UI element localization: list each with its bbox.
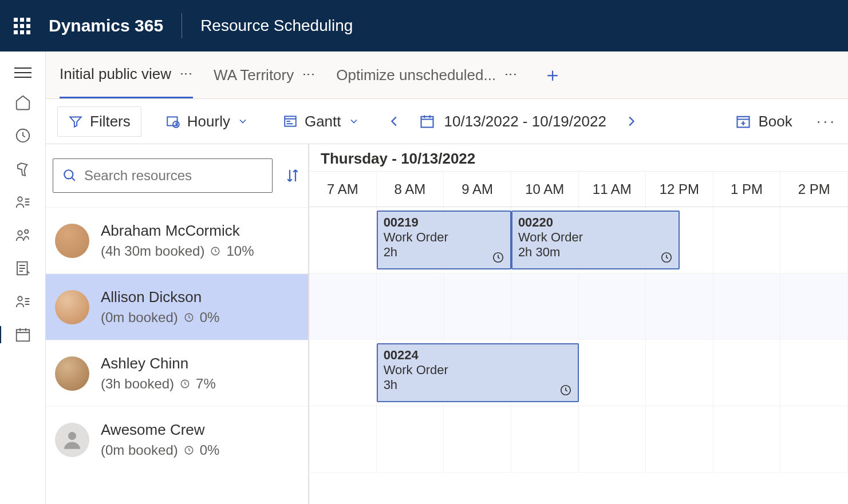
schedule-cell[interactable] (444, 406, 511, 472)
schedule-board: Abraham McCormick(4h 30m booked) 10%Alli… (46, 144, 848, 504)
filters-button[interactable]: Filters (57, 106, 141, 137)
clock-icon (184, 445, 194, 455)
time-header: 7 AM8 AM9 AM10 AM11 AM12 PM1 PM2 PM (309, 172, 848, 207)
svg-rect-10 (421, 117, 433, 128)
tab-wa-territory[interactable]: WA Territory ⋮ (214, 51, 315, 98)
time-header-cell: 12 PM (646, 172, 713, 207)
clock-icon (210, 246, 220, 256)
booking-type: Work Order (384, 230, 504, 245)
schedule-cell[interactable] (780, 207, 848, 273)
book-button[interactable]: Book (725, 107, 802, 136)
schedule-row[interactable]: 00219Work Order2h00220Work Order2h 30m (309, 207, 848, 273)
app-launcher-icon[interactable] (14, 18, 30, 34)
tab-menu-icon[interactable]: ⋮ (503, 68, 518, 82)
clock-icon (180, 379, 190, 389)
next-period-button[interactable] (620, 115, 642, 128)
resource-row[interactable]: Ashley Chinn(3h booked) 7% (46, 340, 308, 406)
schedule-cell[interactable] (780, 273, 848, 339)
tab-menu-icon[interactable]: ⋮ (301, 68, 316, 82)
clock-icon (492, 251, 504, 264)
schedule-cell[interactable] (713, 406, 781, 472)
schedule-cell[interactable] (646, 340, 713, 406)
schedule-board-icon[interactable] (14, 326, 31, 343)
svg-point-1 (18, 197, 22, 201)
tab-menu-icon[interactable]: ⋮ (179, 68, 194, 81)
schedule-cell[interactable] (713, 273, 781, 339)
list-icon[interactable] (14, 293, 31, 310)
chevron-down-icon (348, 116, 360, 127)
resource-meta: (0m booked) 0% (101, 442, 219, 458)
schedule-cell[interactable] (377, 406, 444, 472)
tab-optimize-unscheduled[interactable]: Optimize unscheduled... ⋮ (336, 51, 518, 98)
header-divider (182, 13, 182, 38)
add-tab-button[interactable]: ＋ (543, 62, 562, 88)
schedule-cell[interactable] (579, 273, 646, 339)
pin-icon[interactable] (14, 160, 31, 177)
more-actions-button[interactable]: ··· (817, 112, 837, 130)
schedule-cell[interactable] (377, 273, 444, 339)
schedule-cell[interactable] (511, 406, 579, 472)
booking-type: Work Order (384, 363, 572, 378)
avatar (55, 290, 89, 324)
tab-label: Optimize unscheduled... (336, 66, 496, 84)
schedule-cell[interactable] (780, 340, 848, 406)
schedule-cell[interactable] (646, 406, 713, 472)
svg-point-2 (18, 231, 22, 236)
resource-name: Ashley Chinn (101, 355, 216, 372)
toolbar: Filters Hourly Gantt 10/13/2022 - 10/19/… (46, 98, 848, 144)
schedule-row[interactable]: 00224Work Order3h (309, 340, 848, 406)
nav-rail (0, 51, 46, 504)
app-subtitle: Resource Scheduling (200, 17, 353, 35)
schedule-cell[interactable] (309, 207, 377, 273)
menu-toggle-button[interactable] (14, 68, 31, 78)
filters-label: Filters (90, 113, 131, 130)
home-icon[interactable] (14, 94, 31, 111)
booking-duration: 2h (384, 245, 504, 260)
team-icon[interactable] (14, 227, 31, 244)
contacts-icon[interactable] (14, 193, 31, 211)
search-input-container[interactable] (53, 158, 273, 193)
time-header-cell: 2 PM (780, 172, 848, 207)
schedule-cell[interactable] (444, 273, 511, 339)
clock-icon (184, 312, 194, 323)
resource-meta: (3h booked) 7% (101, 376, 216, 392)
schedule-cell[interactable] (646, 273, 713, 339)
recent-icon[interactable] (14, 127, 31, 144)
schedule-cell[interactable] (713, 207, 781, 273)
tab-initial-public-view[interactable]: Initial public view ⋮ (60, 51, 193, 98)
schedule-cell[interactable] (309, 406, 377, 472)
view-type-dropdown[interactable]: Gantt (273, 107, 370, 136)
sort-button[interactable] (284, 167, 301, 184)
search-input[interactable] (84, 168, 263, 184)
schedule-row[interactable] (309, 273, 848, 340)
date-range-button[interactable]: 10/13/2022 - 10/19/2022 (419, 113, 606, 130)
resource-meta: (4h 30m booked) 10% (101, 243, 254, 259)
app-title: Dynamics 365 (49, 16, 163, 35)
prev-period-button[interactable] (384, 115, 405, 128)
time-header-cell: 8 AM (377, 172, 444, 207)
resource-row[interactable]: Abraham McCormick(4h 30m booked) 10% (46, 207, 308, 273)
time-header-cell: 10 AM (511, 172, 579, 207)
schedule-cell[interactable] (309, 273, 377, 339)
resource-row[interactable]: Allison Dickson(0m booked) 0% (46, 273, 308, 340)
resource-name: Allison Dickson (101, 288, 219, 306)
chevron-down-icon (237, 116, 249, 127)
resource-row[interactable]: Awesome Crew(0m booked) 0% (46, 406, 308, 473)
schedule-cell[interactable] (713, 340, 781, 406)
booking-number: 00219 (384, 215, 504, 230)
booking-block[interactable]: 00219Work Order2h (377, 211, 511, 269)
booking-duration: 2h 30m (518, 245, 673, 260)
schedule-cell[interactable] (579, 406, 646, 472)
view-type-label: Gantt (305, 113, 341, 130)
booking-block[interactable]: 00224Work Order3h (377, 343, 579, 402)
requirements-icon[interactable] (14, 260, 31, 277)
booking-block[interactable]: 00220Work Order2h 30m (511, 211, 680, 269)
schedule-cell[interactable] (780, 406, 848, 472)
time-scale-dropdown[interactable]: Hourly (155, 107, 259, 136)
schedule-cell[interactable] (511, 273, 579, 339)
schedule-row[interactable] (309, 406, 848, 473)
avatar (55, 224, 89, 258)
schedule-cell[interactable] (309, 340, 377, 406)
tabs-row: Initial public view ⋮ WA Territory ⋮ Opt… (46, 51, 848, 98)
schedule-cell[interactable] (579, 340, 646, 406)
